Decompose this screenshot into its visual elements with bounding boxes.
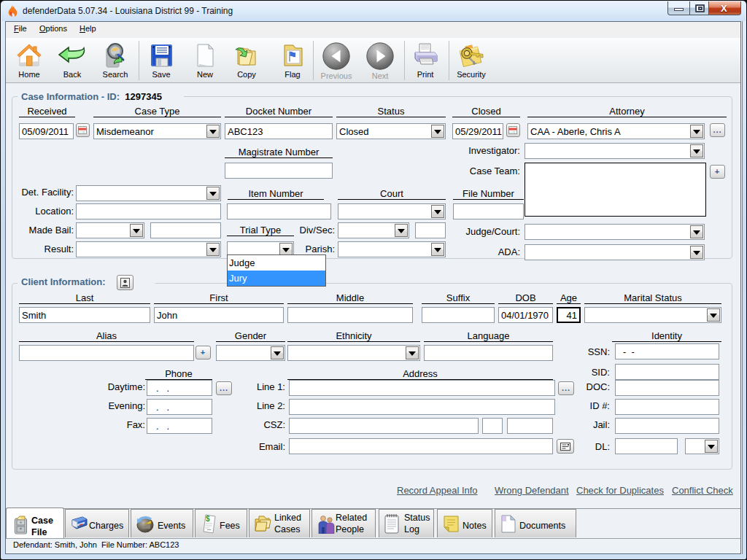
svg-text:$: $: [206, 515, 210, 523]
